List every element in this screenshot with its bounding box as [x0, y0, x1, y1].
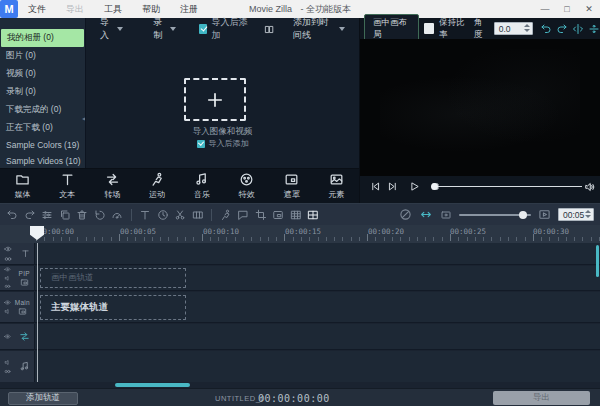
sidebar-item-recordings[interactable]: 录制 (0)	[0, 83, 85, 101]
grid-icon[interactable]	[290, 209, 302, 221]
volume-icon[interactable]	[584, 181, 596, 193]
spinner-down-icon[interactable]	[585, 215, 591, 218]
tab-motion[interactable]: 运动	[135, 169, 180, 203]
previous-frame-button[interactable]	[370, 181, 381, 192]
split-screen-icon[interactable]	[307, 209, 319, 221]
maximize-button[interactable]: □	[556, 0, 578, 18]
video-viewport[interactable]	[360, 39, 600, 176]
pip-track-placeholder[interactable]: 画中画轨道	[40, 268, 186, 288]
duration-icon[interactable]	[157, 209, 169, 221]
current-timecode-field[interactable]: 00:00:00:00	[258, 393, 330, 404]
mute-icon[interactable]	[4, 308, 11, 315]
eye-icon[interactable]	[4, 266, 11, 273]
horizontal-scrollbar-thumb[interactable]	[115, 383, 190, 387]
flip-vertical-icon[interactable]	[588, 23, 600, 35]
timeline-ruler[interactable]: 00:00:00 00:00:05 00:00:10 00:00:15 00:0…	[0, 225, 600, 243]
annotation-icon[interactable]	[237, 209, 249, 221]
sidebar-item-sample-videos[interactable]: Sample Videos (10)	[0, 153, 85, 169]
sidebar-item-pictures[interactable]: 图片 (0)	[0, 47, 85, 65]
play-button[interactable]	[409, 181, 420, 192]
main-track-placeholder[interactable]: 主要媒体轨道	[40, 295, 186, 320]
next-frame-button[interactable]	[387, 181, 398, 192]
rotate-icon[interactable]	[94, 209, 106, 221]
eye-icon[interactable]	[4, 333, 11, 340]
export-button[interactable]: 导出	[493, 391, 590, 405]
minimize-button[interactable]: —	[534, 0, 556, 18]
speed-icon[interactable]	[111, 209, 123, 221]
eye-icon[interactable]	[4, 299, 11, 306]
audio-track[interactable]	[0, 351, 600, 382]
motion-tool-icon[interactable]	[220, 209, 232, 221]
zoom-slider-handle[interactable]	[519, 211, 527, 219]
thumbnail-view-icon[interactable]	[264, 23, 275, 36]
redo-icon[interactable]	[24, 209, 36, 221]
tab-transitions[interactable]: 转场	[90, 169, 135, 203]
vertical-scrollbar[interactable]	[596, 245, 600, 277]
keep-ratio-checkbox[interactable]	[424, 23, 434, 34]
dropzone-add-after-import-checkbox[interactable]	[197, 140, 205, 148]
render-preview-icon[interactable]	[538, 208, 551, 221]
pip-track[interactable]: PIP 画中画轨道	[0, 266, 600, 291]
angle-input[interactable]: 0.0	[494, 22, 533, 35]
crop-icon[interactable]	[255, 209, 267, 221]
sidebar-item-videos[interactable]: 视频 (0)	[0, 65, 85, 83]
ruler-label: 00:00:25	[450, 227, 486, 236]
spinner-up-icon[interactable]	[585, 210, 591, 213]
pip-tool-icon[interactable]	[272, 209, 284, 221]
timeline-zoom-slider[interactable]	[459, 214, 531, 216]
link-icon[interactable]	[4, 283, 11, 290]
main-track[interactable]: Main 主要媒体轨道	[0, 292, 600, 323]
folder-icon	[15, 172, 30, 187]
import-dropzone[interactable]	[184, 78, 246, 121]
rotate-cw-icon[interactable]	[556, 23, 568, 35]
add-after-import-label: 导入后添加	[211, 16, 247, 42]
toolbar-divider	[211, 209, 212, 221]
transition-track[interactable]	[0, 324, 600, 350]
spinner-down-icon[interactable]	[524, 29, 530, 32]
tab-media[interactable]: 媒体	[0, 169, 45, 203]
record-button[interactable]: 录制	[149, 14, 180, 44]
interval-duration-input[interactable]: 00:05	[558, 208, 594, 221]
import-button[interactable]: 导入	[96, 14, 127, 44]
menu-export[interactable]: 导出	[56, 0, 94, 18]
link-icon[interactable]	[4, 255, 12, 263]
seek-slider[interactable]	[432, 186, 582, 188]
add-track-button[interactable]: 添加轨道	[8, 392, 78, 405]
tab-elements[interactable]: 元素	[314, 169, 359, 203]
flip-horizontal-icon[interactable]	[572, 23, 584, 35]
tab-mask[interactable]: 遮罩	[269, 169, 314, 203]
adjust-icon[interactable]	[41, 209, 53, 221]
text-track[interactable]	[0, 243, 600, 265]
snap-toggle-icon[interactable]	[399, 208, 412, 221]
motion-icon	[150, 172, 165, 187]
rotate-ccw-icon[interactable]	[540, 23, 552, 35]
playhead-line[interactable]	[37, 243, 38, 382]
add-after-import-checkbox[interactable]	[199, 24, 207, 34]
add-to-timeline-button[interactable]: 添加到时间线	[289, 14, 349, 44]
sidebar-item-downloading[interactable]: 正在下载 (0)	[0, 119, 85, 137]
spinner-up-icon[interactable]	[524, 24, 530, 27]
undo-icon[interactable]	[6, 209, 18, 221]
tab-effects[interactable]: 特效	[224, 169, 269, 203]
tab-text[interactable]: 文本	[45, 169, 90, 203]
seek-handle[interactable]	[431, 183, 438, 190]
duplicate-icon[interactable]	[59, 209, 71, 221]
delete-icon[interactable]	[76, 209, 88, 221]
zoom-to-marker-icon[interactable]	[440, 209, 452, 221]
sidebar-item-downloaded[interactable]: 下载完成的 (0)	[0, 101, 85, 119]
eye-icon[interactable]	[4, 245, 12, 253]
mute-icon[interactable]	[4, 275, 11, 282]
menu-file[interactable]: 文件	[18, 0, 56, 18]
sidebar-item-my-album[interactable]: 我的相册 (0)	[1, 29, 84, 47]
trim-icon[interactable]	[192, 209, 204, 221]
split-scissors-icon[interactable]	[174, 209, 186, 221]
link-icon[interactable]	[4, 368, 11, 375]
close-button[interactable]: ✕	[578, 0, 600, 18]
main-track-label: Main	[15, 299, 30, 306]
mute-icon[interactable]	[4, 359, 11, 366]
fit-timeline-icon[interactable]	[419, 208, 433, 221]
sidebar-item-sample-colors[interactable]: Sample Colors (19)	[0, 137, 85, 153]
transition-track-header	[0, 324, 35, 349]
tab-music[interactable]: 音乐	[180, 169, 225, 203]
add-text-icon[interactable]	[139, 209, 151, 221]
